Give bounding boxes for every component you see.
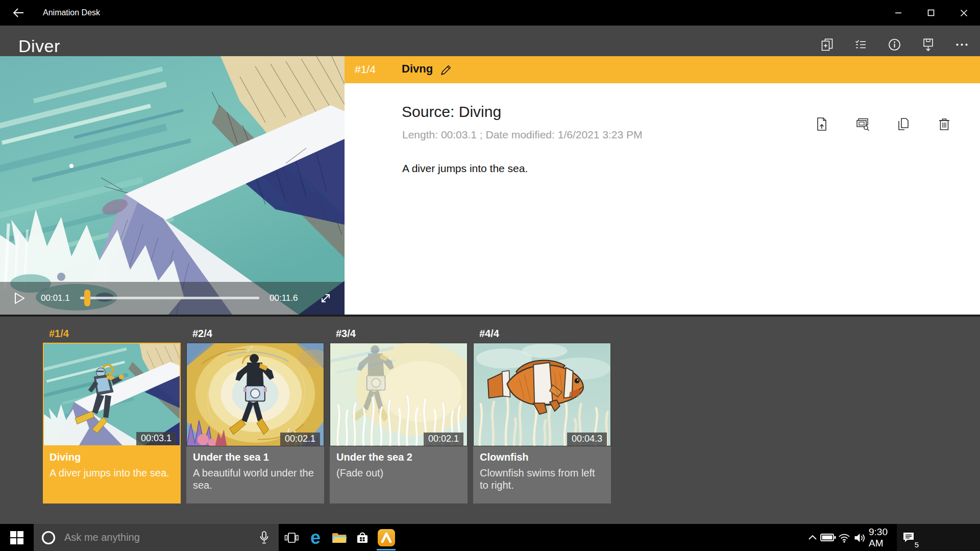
active-app-indicator xyxy=(377,549,396,550)
scene-card-title: Under the sea 2 xyxy=(336,451,461,463)
add-scene-icon xyxy=(820,38,834,52)
close-icon xyxy=(960,9,968,17)
copy-icon xyxy=(896,116,911,132)
scene-card-footer: Clownfish Clownfish swims from left to r… xyxy=(473,446,611,504)
back-arrow-icon xyxy=(12,6,25,19)
microphone-button[interactable] xyxy=(255,528,273,548)
scene-card-diving[interactable]: #1/4 xyxy=(43,317,181,504)
current-time: 00:01.1 xyxy=(41,293,70,303)
notification-count-badge: 5 xyxy=(915,540,919,549)
maximize-icon xyxy=(927,9,935,16)
scene-duration-badge: 00:04.3 xyxy=(567,433,607,446)
scene-detail-panel: #1/4 Divng Source: Diving Length: 00:03.… xyxy=(345,56,980,315)
scene-index: #1/4 xyxy=(355,63,376,76)
scene-duration-badge: 00:03.1 xyxy=(136,432,176,445)
scene-name: Divng xyxy=(402,62,433,76)
title-bar: Animation Desk xyxy=(0,0,980,26)
play-icon xyxy=(10,290,27,306)
app-title: Animation Desk xyxy=(43,0,100,26)
back-button[interactable] xyxy=(7,5,30,21)
scene-card-description: (Fade out) xyxy=(336,467,461,479)
scene-card-footer: Under the sea 1 A beautiful world under … xyxy=(186,446,324,504)
tray-chevron-button[interactable] xyxy=(805,524,820,551)
frames-search-icon xyxy=(855,116,870,132)
playhead[interactable] xyxy=(84,290,90,306)
video-preview[interactable]: 00:01.1 00:11.6 xyxy=(0,56,345,315)
volume-indicator[interactable] xyxy=(852,524,868,551)
app-header: Diver xyxy=(0,26,980,56)
list-icon xyxy=(854,38,868,52)
delete-scene-button[interactable] xyxy=(936,115,953,133)
scene-card-title: Diving xyxy=(50,451,174,463)
edge-browser-button[interactable]: e xyxy=(304,524,327,551)
seek-slider[interactable] xyxy=(80,297,259,299)
trash-icon xyxy=(937,116,952,132)
scene-artwork-under-the-sea-1 xyxy=(187,343,324,446)
scene-list-button[interactable] xyxy=(849,35,872,54)
file-explorer-button[interactable] xyxy=(327,524,351,551)
microphone-icon xyxy=(258,531,271,544)
info-icon xyxy=(888,38,901,52)
more-button[interactable] xyxy=(950,35,973,54)
scene-meta: Length: 00:03.1 ; Date modified: 1/6/202… xyxy=(402,129,643,141)
rename-scene-button[interactable] xyxy=(437,62,455,78)
fullscreen-button[interactable] xyxy=(315,288,336,308)
scene-artwork-clownfish xyxy=(474,343,610,446)
animation-desk-icon xyxy=(378,529,395,546)
task-view-button[interactable] xyxy=(280,524,303,551)
maximize-button[interactable] xyxy=(915,0,947,26)
scene-artwork-under-the-sea-2 xyxy=(330,343,467,446)
store-button[interactable] xyxy=(351,524,374,551)
cortana-icon xyxy=(41,530,56,545)
wifi-indicator[interactable] xyxy=(837,524,851,551)
scene-card-index: #4/4 xyxy=(479,328,499,340)
cortana-search-box[interactable] xyxy=(34,524,279,551)
scene-description: A diver jumps into the sea. xyxy=(402,162,528,175)
pencil-icon xyxy=(439,63,453,77)
scene-header: #1/4 Divng xyxy=(345,56,980,83)
chevron-up-icon xyxy=(807,533,818,543)
close-button[interactable] xyxy=(947,0,980,26)
windows-logo-icon xyxy=(10,531,23,544)
store-icon xyxy=(356,530,369,545)
speaker-icon xyxy=(853,532,867,544)
scene-duration-badge: 00:02.1 xyxy=(280,433,320,446)
scene-thumbnail: 00:02.1 xyxy=(330,343,468,446)
scene-card-under-the-sea-2[interactable]: #3/4 xyxy=(330,317,468,504)
wifi-icon xyxy=(838,532,851,544)
scene-artwork-diving xyxy=(44,344,180,445)
scene-thumbnail: 00:02.1 xyxy=(186,343,324,446)
scene-card-index: #3/4 xyxy=(336,328,356,340)
battery-indicator[interactable] xyxy=(820,524,836,551)
minimize-icon xyxy=(895,9,902,16)
preview-frames-button[interactable] xyxy=(854,115,871,133)
duplicate-scene-button[interactable] xyxy=(895,115,912,133)
scene-card-index: #1/4 xyxy=(49,328,69,340)
scene-card-clownfish[interactable]: #4/4 xyxy=(473,317,611,504)
scene-card-description: A beautiful world under the sea. xyxy=(193,467,317,491)
task-view-icon xyxy=(284,531,299,545)
info-button[interactable] xyxy=(883,35,905,54)
scene-card-description: Clownfish swims from left to right. xyxy=(480,467,604,491)
search-input[interactable] xyxy=(63,531,255,544)
scene-card-index: #2/4 xyxy=(192,328,212,340)
export-button[interactable] xyxy=(917,35,939,54)
scene-card-footer: Under the sea 2 (Fade out) xyxy=(330,446,468,504)
start-button[interactable] xyxy=(0,524,34,551)
scene-thumbnail: 00:04.3 xyxy=(473,343,611,446)
play-button[interactable] xyxy=(8,288,29,308)
scene-card-footer: Diving A diver jumps into the sea. xyxy=(43,446,181,504)
scene-filmstrip: #1/4 xyxy=(0,315,980,524)
animation-desk-taskbar-button[interactable] xyxy=(377,524,396,551)
export-scene-button[interactable] xyxy=(813,115,830,133)
clock-text: 9:30 AM xyxy=(869,526,897,549)
taskbar-clock[interactable]: 9:30 AM xyxy=(869,524,897,551)
action-center-icon xyxy=(901,531,916,544)
scene-card-title: Clownfish xyxy=(480,451,604,463)
ellipsis-icon xyxy=(955,38,969,52)
add-scene-button[interactable] xyxy=(816,35,838,54)
scene-card-under-the-sea-1[interactable]: #2/4 xyxy=(186,317,324,504)
preview-artwork xyxy=(0,56,345,315)
minimize-button[interactable] xyxy=(882,0,915,26)
page-export-icon xyxy=(814,116,829,132)
